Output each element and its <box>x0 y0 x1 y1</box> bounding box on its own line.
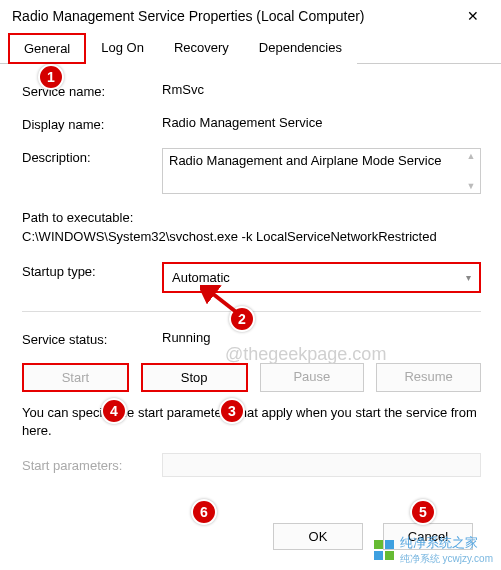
tab-dependencies[interactable]: Dependencies <box>244 33 357 64</box>
service-status-label: Service status: <box>22 330 162 347</box>
callout-badge-1: 1 <box>38 64 64 90</box>
tab-recovery[interactable]: Recovery <box>159 33 244 64</box>
startup-type-select[interactable]: Automatic ▾ <box>162 262 481 293</box>
display-name-value: Radio Management Service <box>162 115 481 130</box>
path-value: C:\WINDOWS\System32\svchost.exe -k Local… <box>22 229 481 244</box>
resume-button: Resume <box>376 363 481 392</box>
scroll-down-icon[interactable]: ▼ <box>464 181 478 191</box>
close-icon[interactable]: ✕ <box>457 8 489 24</box>
start-params-input <box>162 453 481 477</box>
callout-badge-3: 3 <box>219 398 245 424</box>
description-text: Radio Management and Airplane Mode Servi… <box>169 153 441 168</box>
callout-badge-5: 5 <box>410 499 436 525</box>
description-scrollbar[interactable]: ▲ ▼ <box>464 151 478 191</box>
start-button: Start <box>22 363 129 392</box>
start-params-label: Start parameters: <box>22 458 162 473</box>
watermark-footer-sub: 纯净系统 ycwjzy.com <box>400 552 493 566</box>
tab-general[interactable]: General <box>8 33 86 64</box>
display-name-label: Display name: <box>22 115 162 132</box>
cancel-button[interactable]: Cancel <box>383 523 473 550</box>
scroll-up-icon[interactable]: ▲ <box>464 151 478 161</box>
tab-strip: General Log On Recovery Dependencies <box>0 32 501 64</box>
window-title: Radio Management Service Properties (Loc… <box>12 8 365 24</box>
chevron-down-icon: ▾ <box>466 272 471 283</box>
callout-badge-2: 2 <box>229 306 255 332</box>
tab-logon[interactable]: Log On <box>86 33 159 64</box>
service-status-value: Running <box>162 330 481 345</box>
callout-badge-4: 4 <box>101 398 127 424</box>
startup-type-label: Startup type: <box>22 262 162 279</box>
callout-badge-6: 6 <box>191 499 217 525</box>
start-params-hint: You can specify the start parameters tha… <box>22 404 481 439</box>
description-label: Description: <box>22 148 162 165</box>
description-box: Radio Management and Airplane Mode Servi… <box>162 148 481 194</box>
service-name-value: RmSvc <box>162 82 481 97</box>
startup-type-value: Automatic <box>172 270 230 285</box>
ok-button[interactable]: OK <box>273 523 363 550</box>
pause-button: Pause <box>260 363 365 392</box>
stop-button[interactable]: Stop <box>141 363 248 392</box>
path-label: Path to executable: <box>22 210 481 225</box>
